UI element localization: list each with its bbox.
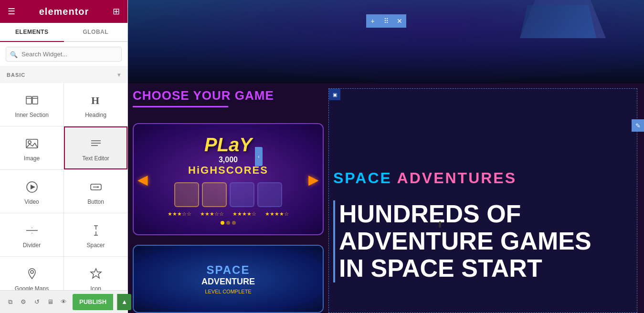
widget-heading-label: Heading bbox=[85, 112, 106, 118]
bottom-icon-row: ⧉ ⚙ ↺ 🖥 👁 bbox=[5, 297, 69, 307]
widget-spacer-label: Spacer bbox=[86, 242, 105, 249]
search-icon: 🔍 bbox=[10, 51, 18, 58]
edit-element-button[interactable]: ✎ bbox=[632, 119, 644, 132]
widget-inner-section[interactable]: Inner Section bbox=[0, 83, 63, 126]
hamburger-menu-icon[interactable]: ☰ bbox=[8, 6, 15, 17]
icon-icon bbox=[88, 266, 104, 282]
inner-section-icon bbox=[24, 93, 40, 108]
widget-image[interactable]: Image bbox=[0, 126, 63, 169]
chevron-down-icon[interactable]: ▾ bbox=[117, 72, 121, 78]
top-hero-area bbox=[128, 0, 644, 83]
widget-grid: Inner Section H Heading Image bbox=[0, 83, 127, 300]
tab-elements[interactable]: ELEMENTS bbox=[0, 23, 64, 42]
big-heading-line3: IN SPACE START bbox=[339, 255, 637, 282]
heading-icon: H bbox=[88, 93, 104, 108]
big-heading-text: HUNDREDS OF ADVENTURE GAMES IN SPACE STA… bbox=[333, 200, 637, 282]
publish-button[interactable]: PUBLISH bbox=[73, 294, 113, 310]
widget-divider-label: Divider bbox=[23, 242, 41, 249]
widget-image-label: Image bbox=[24, 155, 40, 162]
game-card-space: SPACE ADVENTURE LEVEL COMPLETE bbox=[133, 245, 324, 313]
search-bar: 🔍 bbox=[0, 42, 127, 67]
game-prev-arrow-icon[interactable]: ◀ bbox=[137, 171, 148, 187]
svg-point-6 bbox=[28, 141, 31, 144]
publish-dropdown-button[interactable]: ▲ bbox=[117, 294, 131, 310]
main-content: + ⠿ ✕ ‹ CHOOSE YOUR GAME ◀ PLaY 3,000 Hi… bbox=[128, 0, 644, 313]
svg-rect-1 bbox=[32, 96, 38, 104]
eye-icon[interactable]: 👁 bbox=[58, 297, 69, 307]
game-card-play: ◀ PLaY 3,000 HiGHSCORES ★★★☆☆ ★★★☆☆ ★★★★… bbox=[133, 123, 324, 235]
google-maps-icon bbox=[24, 266, 40, 282]
svg-rect-5 bbox=[26, 139, 38, 148]
section-label-text: BASIC bbox=[7, 72, 25, 78]
game-next-arrow-icon[interactable]: ▶ bbox=[308, 171, 319, 187]
video-icon bbox=[24, 179, 40, 195]
settings-icon[interactable]: ⚙ bbox=[18, 297, 29, 307]
collapse-sidebar-button[interactable]: ‹ bbox=[255, 147, 263, 166]
column-handle-icon[interactable]: ▣ bbox=[329, 89, 340, 100]
choose-game-heading: CHOOSE YOUR GAME bbox=[133, 88, 274, 103]
adventures-text: ADVENTURES bbox=[397, 169, 517, 187]
grid-icon[interactable]: ⊞ bbox=[113, 6, 120, 17]
sidebar-bottom-bar: ⧉ ⚙ ↺ 🖥 👁 PUBLISH ▲ bbox=[0, 290, 128, 313]
search-input[interactable] bbox=[6, 47, 122, 62]
svg-point-22 bbox=[31, 271, 33, 273]
history-icon[interactable]: ↺ bbox=[32, 297, 42, 307]
game-card-space-inner: SPACE ADVENTURE LEVEL COMPLETE bbox=[134, 246, 323, 312]
widget-text-editor[interactable]: Text Editor bbox=[64, 126, 127, 169]
section-label: BASIC ▾ bbox=[0, 67, 127, 83]
layers-icon[interactable]: ⧉ bbox=[5, 297, 15, 307]
image-icon bbox=[24, 136, 40, 151]
spacer-icon bbox=[88, 223, 104, 238]
add-element-button[interactable]: + bbox=[366, 14, 380, 28]
svg-text:H: H bbox=[91, 94, 99, 106]
button-icon bbox=[88, 179, 104, 195]
svg-marker-23 bbox=[91, 269, 101, 278]
widget-button[interactable]: Button bbox=[64, 170, 127, 213]
move-element-button[interactable]: ⠿ bbox=[380, 14, 393, 28]
divider-icon bbox=[24, 223, 40, 238]
widget-text-editor-label: Text Editor bbox=[82, 155, 109, 162]
big-heading-line2: ADVENTURE GAMES bbox=[339, 228, 637, 255]
big-heading-line1: HUNDREDS OF bbox=[339, 200, 637, 228]
svg-rect-0 bbox=[26, 96, 32, 104]
space-adventures-heading: SPACE ADVENTURES bbox=[333, 169, 517, 187]
widget-divider[interactable]: Divider bbox=[0, 213, 63, 256]
game-card-play-inner: ◀ PLaY 3,000 HiGHSCORES ★★★☆☆ ★★★☆☆ ★★★★… bbox=[134, 124, 323, 234]
choose-underline bbox=[133, 106, 228, 107]
elementor-logo: elementor bbox=[39, 6, 89, 17]
widget-grid-container: Inner Section H Heading Image bbox=[0, 83, 127, 313]
responsive-icon[interactable]: 🖥 bbox=[45, 297, 55, 307]
widget-spacer[interactable]: Spacer bbox=[64, 213, 127, 256]
svg-marker-11 bbox=[31, 185, 35, 189]
sidebar: ☰ elementor ⊞ ELEMENTS GLOBAL 🔍 BASIC ▾ … bbox=[0, 0, 128, 313]
svg-point-14 bbox=[97, 187, 98, 188]
widget-button-label: Button bbox=[87, 198, 104, 205]
sidebar-tabs: ELEMENTS GLOBAL bbox=[0, 23, 127, 42]
delete-element-button[interactable]: ✕ bbox=[393, 14, 406, 28]
widget-video-label: Video bbox=[24, 198, 39, 205]
tab-global[interactable]: GLOBAL bbox=[64, 23, 128, 41]
space-text: SPACE bbox=[333, 169, 392, 187]
sidebar-header: ☰ elementor ⊞ bbox=[0, 0, 127, 23]
section-toolbar: + ⠿ ✕ bbox=[366, 14, 406, 28]
widget-heading[interactable]: H Heading bbox=[64, 83, 127, 126]
widget-inner-section-label: Inner Section bbox=[15, 112, 49, 118]
text-editor-icon bbox=[88, 136, 104, 151]
widget-video[interactable]: Video bbox=[0, 170, 63, 213]
